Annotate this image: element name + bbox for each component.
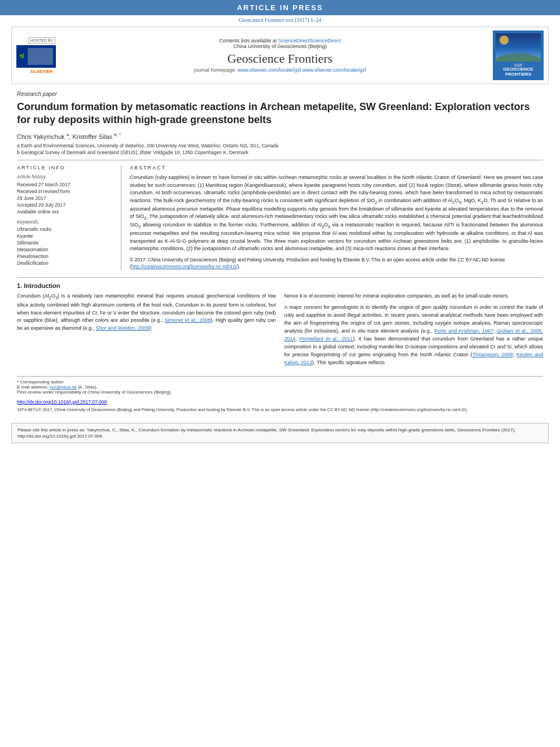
svg-point-5 (500, 36, 509, 45)
intro-para-2: hence it is of economic interest for min… (285, 292, 544, 300)
abstract-column: ABSTRACT Corundum (ruby-sapphire) is kno… (130, 165, 543, 270)
journal-homepage: journal homepage: www.elsevier.com/locat… (73, 67, 487, 73)
keyword-1: Ultramafic rocks (17, 226, 115, 232)
revised-date: 29 June 2017 (17, 195, 115, 201)
affiliation-b: b Geological Survey of Denmark and Green… (17, 150, 543, 155)
homepage-label: journal homepage: (194, 67, 237, 73)
keyword-6: Desillicification (17, 260, 115, 266)
porto-link[interactable]: Porto and Krishnan, 1967 (434, 328, 493, 334)
keyword-5: Pseudosection (17, 254, 115, 259)
abstract-copyright: © 2017, China University of Geosciences … (130, 256, 543, 271)
affiliation-a: a Earth and Environmental Sciences, Univ… (17, 143, 543, 148)
accepted-date: Accepted 29 July 2017 (17, 202, 115, 208)
intro-two-col: Corundum (Al2O3) is a relatively rare me… (17, 292, 543, 370)
section-title: 1. Introduction (17, 282, 543, 289)
intro-para-3: A major concern for gemologists is to id… (285, 304, 544, 367)
cc-license-link-2[interactable]: licenses/by-nc-nd/4.0/ (191, 264, 238, 269)
footnote-email: E-mail address: ksz@geus.dk (K. Silas). (17, 385, 543, 390)
cc-license-link[interactable]: http://creativecommons.org/ (132, 264, 191, 269)
author-2: Kristoffer Silas b, * (72, 133, 121, 140)
page: ARTICLE IN PRESS Geoscience Frontiers xx… (0, 0, 560, 747)
email-label: E-mail address: (17, 385, 49, 390)
article-info-abstract-section: ARTICLE INFO Article history: Received 2… (17, 160, 543, 270)
abstract-heading: ABSTRACT (130, 165, 543, 171)
sciencedirect-text: ScienceDirect (309, 38, 341, 43)
intro-left-col: Corundum (Al2O3) is a relatively rare me… (17, 292, 276, 370)
affiliations: a Earth and Environmental Sciences, Univ… (17, 143, 543, 155)
svg-rect-2 (28, 48, 53, 65)
journal-ref-line: Geoscience Frontiers xxx (2017) 1–24 (0, 15, 560, 24)
article-in-press-banner: ARTICLE IN PRESS (0, 0, 560, 15)
gsf-logo-image (496, 33, 541, 62)
abstract-text: Corundum (ruby-sapphire) is known to hav… (130, 174, 543, 253)
available-online: Available online xxx (17, 209, 115, 215)
article-title: Corundum formation by metasomatic reacti… (17, 101, 543, 127)
main-content: Research paper Corundum formation by met… (0, 86, 560, 419)
keyword-4: Metasomatism (17, 247, 115, 252)
footnote-area: * Corresponding author. E-mail address: … (17, 376, 543, 395)
email-link[interactable]: ksz@geus.dk (50, 385, 77, 390)
homepage-url-text: www.elsevier.com/locate/gsf (303, 67, 366, 73)
citation-box: Please cite this article in press as: Ya… (11, 423, 549, 443)
contents-label: Contents lists available at (219, 38, 277, 43)
received-date: Received 27 March 2017 (17, 182, 115, 187)
gsf-logo: GSF GEOSCIENCE FRONTIERS (493, 30, 544, 80)
citation-text: Please cite this article in press as: Ya… (18, 427, 515, 439)
china-university-line: China University of Geosciences (Beijing… (73, 43, 487, 49)
keyword-3: Sillimanite (17, 240, 115, 246)
footnote-corresponding: * Corresponding author. (17, 379, 543, 385)
banner-text: ARTICLE IN PRESS (237, 3, 323, 12)
doi-line: http://dx.doi.org/10.1016/j.gsf.2017.07.… (17, 399, 543, 405)
intro-para-1: Corundum (Al2O3) is a relatively rare me… (17, 292, 276, 333)
section-name: Introduction (24, 282, 60, 289)
section-number: 1. (17, 282, 22, 289)
keyword-2: Kyanite (17, 233, 115, 239)
journal-ref-text: Geoscience Frontiers xxx (2017) 1–24 (239, 18, 321, 23)
introduction-section: 1. Introduction Corundum (Al2O3) is a re… (17, 277, 543, 370)
thirangoon-link[interactable]: Thirangoon, 2008 (473, 352, 513, 357)
hosted-by-label: HOSTED BY (28, 37, 55, 43)
email-name: (K. Silas). (78, 385, 98, 390)
received-revised-label: Received in revised form (17, 189, 115, 194)
article-history-label: Article history: (17, 174, 115, 180)
homepage-url[interactable]: www.elsevier.com/locate/gsf (238, 67, 301, 73)
peer-review-note: Peer-review under responsibility of Chin… (17, 390, 543, 395)
authors-line: Chris Yakymchuk a, Kristoffer Silas b, * (17, 132, 543, 140)
pornwilard-link[interactable]: Pornwilard et al., 2011 (299, 336, 353, 342)
shor-link[interactable]: Shor and Weldon, 2009 (96, 325, 149, 331)
article-info-heading: ARTICLE INFO (17, 165, 115, 171)
article-type-label: Research paper (17, 91, 543, 97)
elsevier-text: ELSEVIER (16, 69, 67, 74)
svg-text:🌿: 🌿 (19, 53, 25, 59)
journal-header: HOSTED BY 🌿 ELSEVIER Contents lists avai… (11, 27, 549, 84)
intro-right-col: hence it is of economic interest for min… (285, 292, 544, 370)
keywords-label: Keywords: (17, 219, 115, 225)
journal-center: Contents lists available at ScienceDirec… (67, 38, 493, 73)
sciencedirect-link[interactable]: ScienceDirect (278, 38, 310, 43)
simonet-link[interactable]: Simonet et al., 2008 (164, 317, 211, 323)
journal-name: Geoscience Frontiers (73, 51, 487, 66)
copyright-line: 1674-8871/© 2017, China University of Ge… (17, 407, 543, 413)
gsf-label: GEOSCIENCE FRONTIERS (495, 67, 542, 77)
author-1: Chris Yakymchuk a, (17, 133, 71, 140)
elsevier-logo-image: 🌿 (16, 45, 56, 68)
elsevier-logo: HOSTED BY 🌿 ELSEVIER (16, 37, 67, 74)
contents-line: Contents lists available at ScienceDirec… (73, 38, 487, 43)
article-info-column: ARTICLE INFO Article history: Received 2… (17, 165, 121, 270)
doi-link[interactable]: http://dx.doi.org/10.1016/j.gsf.2017.07.… (17, 399, 107, 405)
